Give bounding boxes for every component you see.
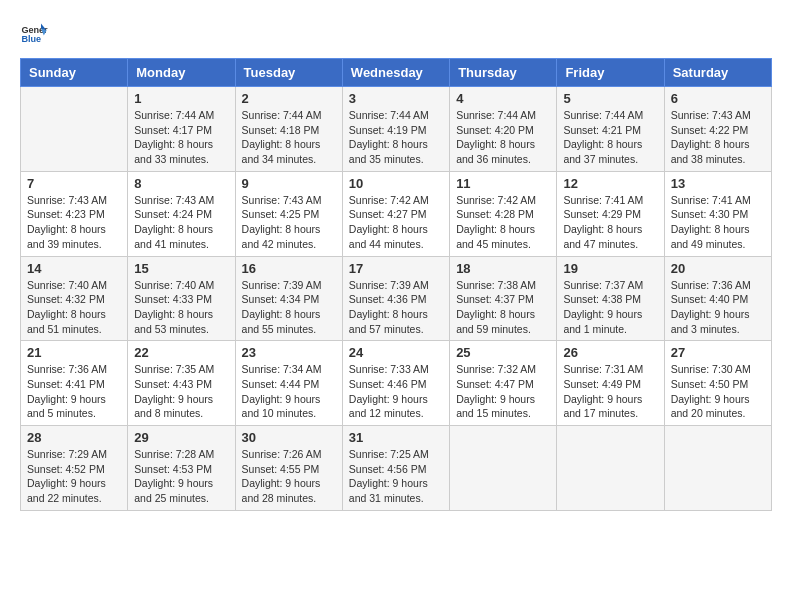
calendar-cell xyxy=(557,426,664,511)
header: General Blue xyxy=(20,20,772,48)
day-info: Sunrise: 7:33 AM Sunset: 4:46 PM Dayligh… xyxy=(349,362,443,421)
day-number: 7 xyxy=(27,176,121,191)
day-info: Sunrise: 7:44 AM Sunset: 4:21 PM Dayligh… xyxy=(563,108,657,167)
week-row-4: 21Sunrise: 7:36 AM Sunset: 4:41 PM Dayli… xyxy=(21,341,772,426)
logo-icon: General Blue xyxy=(20,20,48,48)
day-number: 22 xyxy=(134,345,228,360)
day-info: Sunrise: 7:39 AM Sunset: 4:34 PM Dayligh… xyxy=(242,278,336,337)
header-friday: Friday xyxy=(557,59,664,87)
calendar-cell: 7Sunrise: 7:43 AM Sunset: 4:23 PM Daylig… xyxy=(21,171,128,256)
day-info: Sunrise: 7:30 AM Sunset: 4:50 PM Dayligh… xyxy=(671,362,765,421)
calendar-cell: 28Sunrise: 7:29 AM Sunset: 4:52 PM Dayli… xyxy=(21,426,128,511)
day-number: 20 xyxy=(671,261,765,276)
header-monday: Monday xyxy=(128,59,235,87)
day-info: Sunrise: 7:41 AM Sunset: 4:30 PM Dayligh… xyxy=(671,193,765,252)
day-info: Sunrise: 7:44 AM Sunset: 4:17 PM Dayligh… xyxy=(134,108,228,167)
calendar-cell: 31Sunrise: 7:25 AM Sunset: 4:56 PM Dayli… xyxy=(342,426,449,511)
day-info: Sunrise: 7:37 AM Sunset: 4:38 PM Dayligh… xyxy=(563,278,657,337)
day-info: Sunrise: 7:26 AM Sunset: 4:55 PM Dayligh… xyxy=(242,447,336,506)
day-info: Sunrise: 7:43 AM Sunset: 4:22 PM Dayligh… xyxy=(671,108,765,167)
day-number: 19 xyxy=(563,261,657,276)
day-info: Sunrise: 7:40 AM Sunset: 4:32 PM Dayligh… xyxy=(27,278,121,337)
day-number: 17 xyxy=(349,261,443,276)
header-saturday: Saturday xyxy=(664,59,771,87)
day-info: Sunrise: 7:43 AM Sunset: 4:23 PM Dayligh… xyxy=(27,193,121,252)
calendar-cell: 17Sunrise: 7:39 AM Sunset: 4:36 PM Dayli… xyxy=(342,256,449,341)
day-number: 12 xyxy=(563,176,657,191)
day-info: Sunrise: 7:42 AM Sunset: 4:28 PM Dayligh… xyxy=(456,193,550,252)
calendar-cell: 15Sunrise: 7:40 AM Sunset: 4:33 PM Dayli… xyxy=(128,256,235,341)
header-tuesday: Tuesday xyxy=(235,59,342,87)
calendar-cell xyxy=(21,87,128,172)
calendar-cell: 6Sunrise: 7:43 AM Sunset: 4:22 PM Daylig… xyxy=(664,87,771,172)
day-info: Sunrise: 7:44 AM Sunset: 4:20 PM Dayligh… xyxy=(456,108,550,167)
week-row-1: 1Sunrise: 7:44 AM Sunset: 4:17 PM Daylig… xyxy=(21,87,772,172)
calendar-cell: 26Sunrise: 7:31 AM Sunset: 4:49 PM Dayli… xyxy=(557,341,664,426)
day-info: Sunrise: 7:41 AM Sunset: 4:29 PM Dayligh… xyxy=(563,193,657,252)
calendar-cell: 9Sunrise: 7:43 AM Sunset: 4:25 PM Daylig… xyxy=(235,171,342,256)
calendar-cell: 29Sunrise: 7:28 AM Sunset: 4:53 PM Dayli… xyxy=(128,426,235,511)
day-number: 28 xyxy=(27,430,121,445)
day-info: Sunrise: 7:43 AM Sunset: 4:25 PM Dayligh… xyxy=(242,193,336,252)
day-number: 8 xyxy=(134,176,228,191)
calendar-cell xyxy=(664,426,771,511)
calendar-cell: 18Sunrise: 7:38 AM Sunset: 4:37 PM Dayli… xyxy=(450,256,557,341)
calendar-cell: 16Sunrise: 7:39 AM Sunset: 4:34 PM Dayli… xyxy=(235,256,342,341)
calendar-cell: 11Sunrise: 7:42 AM Sunset: 4:28 PM Dayli… xyxy=(450,171,557,256)
day-number: 29 xyxy=(134,430,228,445)
day-number: 25 xyxy=(456,345,550,360)
calendar-cell: 5Sunrise: 7:44 AM Sunset: 4:21 PM Daylig… xyxy=(557,87,664,172)
day-number: 2 xyxy=(242,91,336,106)
day-info: Sunrise: 7:31 AM Sunset: 4:49 PM Dayligh… xyxy=(563,362,657,421)
calendar-cell: 21Sunrise: 7:36 AM Sunset: 4:41 PM Dayli… xyxy=(21,341,128,426)
day-number: 3 xyxy=(349,91,443,106)
day-info: Sunrise: 7:39 AM Sunset: 4:36 PM Dayligh… xyxy=(349,278,443,337)
header-thursday: Thursday xyxy=(450,59,557,87)
week-row-2: 7Sunrise: 7:43 AM Sunset: 4:23 PM Daylig… xyxy=(21,171,772,256)
day-number: 23 xyxy=(242,345,336,360)
calendar-cell: 23Sunrise: 7:34 AM Sunset: 4:44 PM Dayli… xyxy=(235,341,342,426)
calendar-cell: 19Sunrise: 7:37 AM Sunset: 4:38 PM Dayli… xyxy=(557,256,664,341)
calendar-cell: 4Sunrise: 7:44 AM Sunset: 4:20 PM Daylig… xyxy=(450,87,557,172)
week-row-5: 28Sunrise: 7:29 AM Sunset: 4:52 PM Dayli… xyxy=(21,426,772,511)
calendar-cell: 2Sunrise: 7:44 AM Sunset: 4:18 PM Daylig… xyxy=(235,87,342,172)
calendar-table: SundayMondayTuesdayWednesdayThursdayFrid… xyxy=(20,58,772,511)
calendar-cell: 25Sunrise: 7:32 AM Sunset: 4:47 PM Dayli… xyxy=(450,341,557,426)
day-number: 16 xyxy=(242,261,336,276)
calendar-cell: 14Sunrise: 7:40 AM Sunset: 4:32 PM Dayli… xyxy=(21,256,128,341)
calendar-cell: 27Sunrise: 7:30 AM Sunset: 4:50 PM Dayli… xyxy=(664,341,771,426)
calendar-cell: 8Sunrise: 7:43 AM Sunset: 4:24 PM Daylig… xyxy=(128,171,235,256)
day-info: Sunrise: 7:36 AM Sunset: 4:40 PM Dayligh… xyxy=(671,278,765,337)
day-info: Sunrise: 7:38 AM Sunset: 4:37 PM Dayligh… xyxy=(456,278,550,337)
day-info: Sunrise: 7:43 AM Sunset: 4:24 PM Dayligh… xyxy=(134,193,228,252)
day-number: 11 xyxy=(456,176,550,191)
header-row: SundayMondayTuesdayWednesdayThursdayFrid… xyxy=(21,59,772,87)
calendar-cell: 3Sunrise: 7:44 AM Sunset: 4:19 PM Daylig… xyxy=(342,87,449,172)
day-info: Sunrise: 7:34 AM Sunset: 4:44 PM Dayligh… xyxy=(242,362,336,421)
day-number: 24 xyxy=(349,345,443,360)
day-number: 15 xyxy=(134,261,228,276)
day-number: 18 xyxy=(456,261,550,276)
day-info: Sunrise: 7:28 AM Sunset: 4:53 PM Dayligh… xyxy=(134,447,228,506)
calendar-cell: 13Sunrise: 7:41 AM Sunset: 4:30 PM Dayli… xyxy=(664,171,771,256)
header-sunday: Sunday xyxy=(21,59,128,87)
calendar-cell xyxy=(450,426,557,511)
day-number: 26 xyxy=(563,345,657,360)
header-wednesday: Wednesday xyxy=(342,59,449,87)
day-number: 30 xyxy=(242,430,336,445)
day-number: 1 xyxy=(134,91,228,106)
day-info: Sunrise: 7:42 AM Sunset: 4:27 PM Dayligh… xyxy=(349,193,443,252)
day-info: Sunrise: 7:32 AM Sunset: 4:47 PM Dayligh… xyxy=(456,362,550,421)
day-number: 6 xyxy=(671,91,765,106)
day-info: Sunrise: 7:25 AM Sunset: 4:56 PM Dayligh… xyxy=(349,447,443,506)
calendar-cell: 30Sunrise: 7:26 AM Sunset: 4:55 PM Dayli… xyxy=(235,426,342,511)
day-info: Sunrise: 7:44 AM Sunset: 4:18 PM Dayligh… xyxy=(242,108,336,167)
day-number: 14 xyxy=(27,261,121,276)
calendar-cell: 22Sunrise: 7:35 AM Sunset: 4:43 PM Dayli… xyxy=(128,341,235,426)
calendar-cell: 24Sunrise: 7:33 AM Sunset: 4:46 PM Dayli… xyxy=(342,341,449,426)
day-number: 13 xyxy=(671,176,765,191)
day-info: Sunrise: 7:36 AM Sunset: 4:41 PM Dayligh… xyxy=(27,362,121,421)
day-info: Sunrise: 7:44 AM Sunset: 4:19 PM Dayligh… xyxy=(349,108,443,167)
day-info: Sunrise: 7:35 AM Sunset: 4:43 PM Dayligh… xyxy=(134,362,228,421)
day-number: 31 xyxy=(349,430,443,445)
